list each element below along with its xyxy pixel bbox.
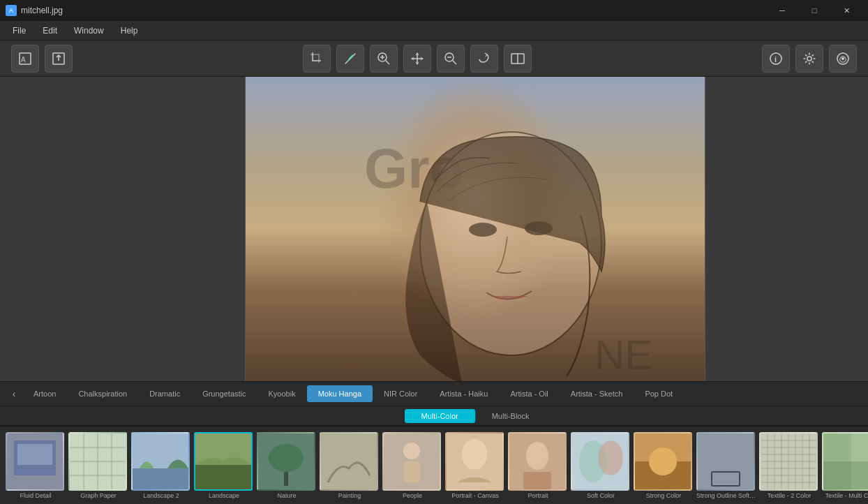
titlebar: A mitchell.jpg ─ □ ✕: [0, 0, 868, 21]
app-icon: A: [6, 5, 17, 16]
svg-rect-50: [698, 433, 754, 489]
thumb-graph-paper[interactable]: Graph Paper: [68, 432, 128, 499]
sub-filter-tabs: Multi-Color Multi-Block: [0, 406, 868, 426]
svg-text:NE: NE: [594, 332, 652, 378]
thumb-img-landscape-2: [131, 432, 190, 491]
titlebar-title: mitchell.jpg: [21, 6, 63, 15]
info-button[interactable]: i: [762, 45, 790, 73]
svg-rect-57: [851, 433, 868, 461]
export-tool-button[interactable]: [45, 45, 73, 73]
svg-line-5: [386, 61, 389, 64]
ai-button[interactable]: [829, 45, 857, 73]
thumb-label-soft-color: Soft Color: [571, 492, 631, 499]
thumb-label-fluid-detail: Fluid Detail: [6, 492, 66, 499]
thumb-nature[interactable]: Nature: [257, 432, 317, 499]
filter-tab-chalkspiration[interactable]: Chalkspiration: [67, 385, 138, 402]
minimize-button[interactable]: ─: [766, 0, 798, 21]
filter-tab-artista-haiku[interactable]: Artista - Haiku: [428, 385, 499, 402]
compare-button[interactable]: [504, 45, 532, 73]
thumb-landscape[interactable]: Landscape: [194, 432, 254, 499]
svg-rect-34: [284, 472, 288, 486]
svg-point-40: [462, 439, 487, 470]
thumb-label-landscape-2: Landscape 2: [131, 492, 191, 499]
menu-file[interactable]: File: [6, 23, 33, 38]
retouch-tool-button[interactable]: [336, 45, 364, 73]
thumb-strong-outline[interactable]: Strong Outline Soft Color: [696, 432, 756, 499]
menu-window[interactable]: Window: [67, 23, 111, 38]
thumb-img-nature: [257, 432, 315, 491]
thumb-img-textile-multi: [822, 432, 868, 491]
filter-tab-moku-hanga[interactable]: Moku Hanga: [307, 385, 373, 402]
filter-tab-kyoobik[interactable]: Kyoobik: [257, 385, 307, 402]
filter-tab-nir-color[interactable]: NIR Color: [373, 385, 428, 402]
svg-rect-29: [133, 468, 188, 489]
svg-point-22: [469, 223, 497, 237]
zoom-out-button[interactable]: [437, 45, 465, 73]
thumb-label-strong-color: Strong Color: [634, 492, 694, 499]
thumb-label-painting: Painting: [320, 492, 380, 499]
close-button[interactable]: ✕: [830, 0, 862, 21]
thumb-img-portrait: [508, 432, 567, 491]
svg-point-37: [403, 443, 420, 459]
filter-tab-artista-oil[interactable]: Artista - Oil: [499, 385, 559, 402]
thumb-label-people: People: [382, 492, 442, 499]
crop-tool-button[interactable]: [303, 45, 331, 73]
thumb-soft-color[interactable]: Soft Color: [571, 432, 631, 499]
redo-button[interactable]: [470, 45, 498, 73]
thumb-label-portrait: Portrait: [508, 492, 568, 499]
toolbar: A i: [0, 40, 868, 77]
svg-rect-38: [403, 461, 420, 482]
thumb-img-fluid-detail: [6, 432, 64, 491]
svg-text:A: A: [21, 56, 26, 64]
thumb-people[interactable]: People: [382, 432, 442, 499]
filter-tab-dramatic[interactable]: Dramatic: [138, 385, 191, 402]
thumb-img-strong-color: [634, 432, 692, 491]
menu-edit[interactable]: Edit: [36, 23, 64, 38]
sub-tab-multi-block[interactable]: Multi-Block: [475, 409, 546, 423]
menu-help[interactable]: Help: [114, 23, 145, 38]
move-tool-button[interactable]: [403, 45, 431, 73]
thumb-fluid-detail[interactable]: Fluid Detail: [6, 432, 66, 499]
thumb-label-landscape: Landscape: [194, 492, 254, 499]
titlebar-left: A mitchell.jpg: [6, 5, 63, 16]
thumb-textile-2color[interactable]: Textile - 2 Color: [759, 432, 819, 499]
thumb-textile-multi[interactable]: Textile - Multi Color: [822, 432, 868, 499]
filter-tab-artista-sketch[interactable]: Artista - Sketch: [560, 385, 634, 402]
svg-point-42: [526, 442, 548, 470]
filter-tab-grungetastic[interactable]: Grungetastic: [191, 385, 257, 402]
thumb-label-strong-outline: Strong Outline Soft Color: [696, 492, 756, 499]
svg-point-17: [841, 57, 844, 60]
canvas-tool-button[interactable]: A: [11, 45, 39, 73]
filter-tab-artoon[interactable]: Artoon: [22, 385, 67, 402]
filter-tab-prev[interactable]: ‹: [6, 385, 22, 402]
thumb-img-soft-color: [571, 432, 629, 491]
svg-rect-31: [195, 465, 251, 489]
thumb-painting[interactable]: Painting: [320, 432, 380, 499]
thumb-portrait-canvas[interactable]: Portrait - Canvas: [445, 432, 505, 499]
thumb-img-textile-2color: [759, 432, 818, 491]
thumb-label-portrait-canvas: Portrait - Canvas: [445, 492, 505, 499]
thumbnails-strip: Fluid Detail Graph Paper Landscape 2 Lan…: [0, 426, 868, 504]
titlebar-controls: ─ □ ✕: [766, 0, 862, 21]
maximize-button[interactable]: □: [798, 0, 830, 21]
thumb-portrait[interactable]: Portrait: [508, 432, 568, 499]
thumb-img-portrait-canvas: [445, 432, 504, 491]
main-canvas: Gro NE: [245, 77, 705, 381]
zoom-in-button[interactable]: [370, 45, 398, 73]
thumb-label-graph-paper: Graph Paper: [68, 492, 128, 499]
thumb-landscape-2[interactable]: Landscape 2: [131, 432, 191, 499]
svg-point-49: [649, 447, 677, 475]
svg-rect-26: [17, 444, 52, 465]
sub-tab-multi-color[interactable]: Multi-Color: [405, 409, 475, 423]
filter-tab-pop-dot[interactable]: Pop Dot: [634, 385, 684, 402]
svg-point-15: [807, 57, 811, 61]
svg-line-9: [453, 61, 456, 64]
svg-rect-58: [823, 461, 851, 489]
thumb-strong-color[interactable]: Strong Color: [634, 432, 694, 499]
thumb-label-textile-2color: Textile - 2 Color: [759, 492, 819, 499]
thumb-img-people: [382, 432, 441, 491]
svg-rect-43: [523, 472, 551, 489]
canvas-area: Gro NE: [0, 77, 868, 381]
thumb-img-painting: [320, 432, 378, 491]
settings-button[interactable]: [795, 45, 823, 73]
